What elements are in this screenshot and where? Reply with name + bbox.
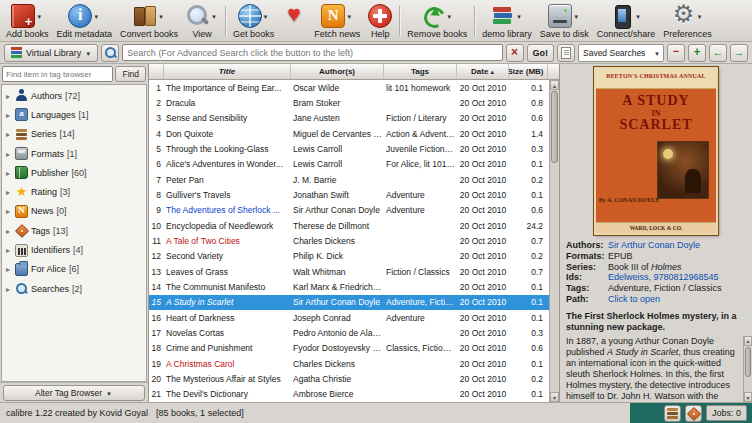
sidebar-item-label: Authors (31, 91, 62, 101)
toolbar-button-remove-books[interactable]: Remove books (403, 1, 471, 41)
toolbar-button-view[interactable]: View (182, 1, 222, 41)
expander-icon[interactable] (4, 91, 12, 101)
table-row[interactable]: 6Alice's Adventures in Wonder...Lewis Ca… (149, 157, 549, 172)
sidebar-item-formats[interactable]: Formats[1] (2, 144, 146, 163)
toolbar-button-edit-metadata[interactable]: Edit metadata (53, 1, 117, 41)
sidebar-item-for-alice[interactable]: For Alice[6] (2, 260, 146, 279)
table-row[interactable]: 18Crime and PunishmentFyodor Dostoyevsky… (149, 341, 549, 356)
expander-icon[interactable] (4, 110, 12, 120)
toolbar-button-demo-library[interactable]: demo library (478, 1, 536, 41)
saved-searches-select[interactable]: Saved Searches (578, 44, 664, 62)
expander-icon[interactable] (4, 149, 12, 159)
save-search-button[interactable] (688, 44, 706, 62)
table-row[interactable]: 10Encyclopedia of NeedleworkTherese de D… (149, 218, 549, 233)
table-row[interactable]: 5Through the Looking-GlassLewis CarrollJ… (149, 141, 549, 156)
sidebar-item-tags[interactable]: Tags[13] (2, 221, 146, 240)
advanced-search-button[interactable] (101, 44, 119, 62)
table-row[interactable]: 17Novelas CortasPedro Antonio de Alarcón… (149, 325, 549, 340)
column-header-title[interactable]: Title (164, 64, 291, 79)
sidebar-item-rating[interactable]: Rating[3] (2, 182, 146, 201)
sidebar-item-searches[interactable]: Searches[2] (2, 279, 146, 298)
table-row[interactable]: 14The Communist ManifestoKarl Marx & Fri… (149, 279, 549, 294)
scrollbar-thumb[interactable] (551, 91, 558, 163)
row-number: 7 (149, 175, 164, 185)
sidebar-item-languages[interactable]: Languages[1] (2, 105, 146, 124)
book-cover[interactable]: BEETON'S CHRISTMAS ANNUAL A STUDY IN SCA… (594, 67, 718, 235)
expander-icon[interactable] (4, 187, 12, 197)
virtual-library-button[interactable]: Virtual Library (4, 44, 98, 62)
table-row[interactable]: 19A Christmas CarolCharles Dickens20 Oct… (149, 356, 549, 371)
table-row[interactable]: 12Second VarietyPhilip K. Dick20 Oct 201… (149, 249, 549, 264)
field-value[interactable]: Sir Arthur Conan Doyle (608, 240, 748, 251)
table-row[interactable]: 11A Tale of Two CitiesCharles Dickens20 … (149, 233, 549, 248)
toolbar-button-help[interactable]: Help (364, 1, 396, 41)
table-row[interactable]: 15A Study in ScarletSir Arthur Conan Doy… (149, 295, 549, 310)
field-value[interactable]: Edelweiss, 9780812968545 (608, 272, 748, 283)
search-input[interactable] (122, 44, 502, 61)
toolbar-button-fetch-news[interactable]: Fetch news (310, 1, 364, 41)
toggle-cover-browser-button[interactable] (664, 405, 681, 422)
book-size: 0.3 (509, 328, 548, 338)
table-row[interactable]: 4Don QuixoteMiguel de Cervantes Saa...Ac… (149, 126, 549, 141)
toolbar-button-preferences[interactable]: Preferences (659, 1, 716, 41)
scroll-down-icon[interactable] (744, 392, 752, 402)
row-number: 4 (149, 129, 164, 139)
expander-icon[interactable] (4, 264, 12, 274)
column-header-authors[interactable]: Author(s) (291, 64, 384, 79)
expander-icon[interactable] (4, 168, 12, 178)
table-row[interactable]: 20The Mysterious Affair at StylesAgatha … (149, 371, 549, 386)
expander-icon[interactable] (4, 226, 12, 236)
expander-icon[interactable] (4, 284, 12, 294)
toolbar-button-convert-books[interactable]: Convert books (116, 1, 182, 41)
toolbar-button-donate[interactable] (278, 1, 310, 41)
toolbar-button-save-to-disk[interactable]: Save to disk (536, 1, 593, 41)
sidebar-item-publisher[interactable]: Publisher[60] (2, 163, 146, 182)
table-row[interactable]: 9The Adventures of Sherlock ...Sir Arthu… (149, 203, 549, 218)
copy-search-button[interactable] (557, 44, 575, 62)
scroll-up-icon[interactable] (550, 80, 559, 90)
sidebar-item-authors[interactable]: Authors[72] (2, 86, 146, 105)
row-number: 14 (149, 282, 164, 292)
toolbar-button-label: Add books (6, 29, 49, 40)
expander-icon[interactable] (4, 245, 12, 255)
scrollbar-thumb[interactable] (745, 347, 751, 377)
clear-search-button[interactable] (506, 44, 524, 62)
column-header-date[interactable]: Date (457, 64, 509, 79)
book-list-scrollbar[interactable] (549, 80, 559, 402)
row-number: 17 (149, 328, 164, 338)
expander-icon[interactable] (4, 206, 12, 216)
column-header-size[interactable]: Size (MB) (509, 64, 548, 79)
table-row[interactable]: 2DraculaBram Stoker20 Oct 20100.8 (149, 95, 549, 110)
book-size: 0.1 (509, 389, 548, 399)
sidebar-item-identifiers[interactable]: Identifiers[4] (2, 240, 146, 259)
table-row[interactable]: 21The Devil's DictionaryAmbrose Bierce20… (149, 387, 549, 402)
toolbar-button-icon-area (610, 2, 642, 29)
description-scrollbar[interactable] (743, 336, 752, 402)
column-header-tags[interactable]: Tags (384, 64, 457, 79)
toolbar-button-add-books[interactable]: Add books (2, 1, 53, 41)
search-go-button[interactable]: Go! (527, 44, 555, 62)
jobs-indicator[interactable]: Jobs: 0 (706, 405, 747, 421)
panel-toggle-right-button[interactable] (730, 44, 748, 62)
tag-browser-find-button[interactable]: Find (115, 66, 146, 82)
toggle-tag-browser-button[interactable] (685, 405, 702, 422)
expander-icon[interactable] (4, 129, 12, 139)
scroll-down-icon[interactable] (550, 392, 559, 402)
table-row[interactable]: 3Sense and SensibilityJane AustenFiction… (149, 111, 549, 126)
sidebar-item-news[interactable]: News[0] (2, 202, 146, 221)
toolbar-button-get-books[interactable]: Get books (229, 1, 278, 41)
scroll-up-icon[interactable] (744, 336, 752, 346)
table-row[interactable]: 1The Importance of Being Ear...Oscar Wil… (149, 80, 549, 95)
tag-browser-find-input[interactable] (2, 66, 113, 82)
table-row[interactable]: 13Leaves of GrassWalt WhitmanFiction / C… (149, 264, 549, 279)
table-row[interactable]: 7Peter PanJ. M. Barrie20 Oct 20100.2 (149, 172, 549, 187)
column-header-index[interactable] (149, 64, 164, 79)
toolbar-button-connect-share[interactable]: Connect/share (593, 1, 660, 41)
field-value[interactable]: Click to open (608, 294, 748, 305)
alter-tag-browser-button[interactable]: Alter Tag Browser (3, 385, 145, 401)
sidebar-item-series[interactable]: Series[14] (2, 125, 146, 144)
table-row[interactable]: 8Gulliver's TravelsJonathan SwiftAdventu… (149, 187, 549, 202)
delete-saved-search-button[interactable] (667, 44, 685, 62)
panel-toggle-left-button[interactable] (709, 44, 727, 62)
table-row[interactable]: 16Heart of DarknessJoseph ConradAdventur… (149, 310, 549, 325)
